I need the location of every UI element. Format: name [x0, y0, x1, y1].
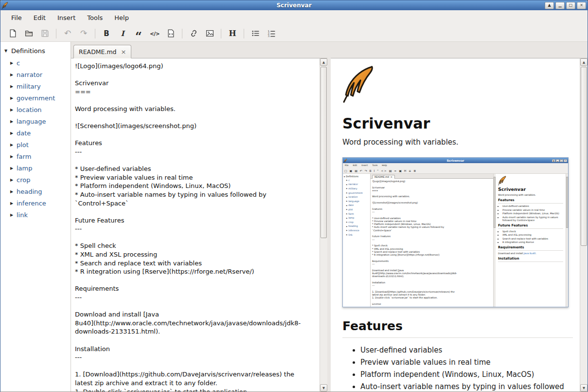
pane-splitter[interactable]	[327, 42, 331, 392]
menu-item[interactable]: Help	[108, 10, 135, 25]
numbered-list-icon: 1.2.3.	[267, 29, 276, 37]
new-file-icon	[9, 29, 17, 37]
chevron-right-icon: ▶	[9, 166, 14, 170]
tree-item-label: farm	[17, 153, 31, 160]
scrollbar-thumb[interactable]	[321, 67, 327, 238]
editor-pane: README.md × ![Logo](images/logo64.png) S…	[71, 42, 327, 392]
definitions-panel: ▼ Definitions ▶ c ▶ narrator ▶ military …	[0, 42, 71, 392]
scroll-down-button[interactable]: ▼	[320, 384, 327, 392]
heading-button[interactable]: H	[225, 27, 240, 40]
chevron-down-icon: ▼	[3, 49, 8, 53]
blockquote-button[interactable]: “	[131, 27, 146, 40]
menu-item[interactable]: Insert	[52, 10, 81, 25]
tree-item[interactable]: ▶ c	[0, 57, 71, 69]
tree-item[interactable]: ▶ crop	[0, 174, 71, 186]
insert-link-button[interactable]	[186, 27, 201, 40]
mini-window-controls: ▲▁□×	[552, 159, 567, 162]
bold-button[interactable]: B	[99, 27, 114, 40]
mini-editor-content: ![Logo](images/logo64.png) Scrivenvar ==…	[371, 179, 493, 307]
chevron-right-icon: ▶	[9, 189, 14, 194]
tree-item-label: narrator	[17, 71, 42, 78]
preview-top-strip	[331, 42, 588, 58]
undo-button[interactable]: ↶	[60, 27, 75, 40]
feature-item: User-defined variables	[360, 346, 573, 355]
tree-item-label: military	[17, 83, 41, 90]
app-feather-icon	[2, 2, 9, 9]
tree-item[interactable]: ▶ lamp	[0, 162, 71, 174]
tree-item[interactable]: ▶ farm	[0, 150, 71, 162]
mini-window-title: Scrivenvar	[343, 159, 568, 162]
toolbar-separator	[56, 29, 56, 38]
bullet-list-icon	[251, 29, 260, 37]
tree-item[interactable]: ▶ heading	[0, 186, 71, 197]
bullet-list-button[interactable]	[248, 27, 263, 40]
tab-bar: README.md ×	[71, 42, 327, 58]
mini-editor-pane: README.md× ![Logo](images/logo64.png) Sc…	[371, 174, 493, 307]
scrollbar-thumb[interactable]	[581, 67, 587, 246]
tree-item[interactable]: ▶ location	[0, 104, 71, 115]
feature-item: Auto-insert variable names by typing in …	[360, 382, 573, 392]
tree-item-label: link	[17, 211, 28, 219]
inline-code-button[interactable]: </>	[147, 27, 162, 40]
image-icon	[206, 29, 214, 37]
chevron-right-icon: ▶	[9, 131, 14, 135]
html-preview: Scrivenvar Word processing with variable…	[331, 58, 580, 392]
markdown-editor[interactable]: ![Logo](images/logo64.png) Scrivenvar ==…	[71, 58, 320, 392]
scroll-up-button[interactable]: ▲	[580, 58, 588, 66]
close-button[interactable]: ×	[577, 2, 586, 9]
shade-button[interactable]: ▲	[545, 2, 554, 9]
tree-item[interactable]: ▶ language	[0, 115, 71, 127]
scroll-up-button[interactable]: ▲	[320, 58, 327, 66]
insert-image-button[interactable]	[202, 27, 217, 40]
new-file-button[interactable]	[5, 27, 20, 40]
menu-item[interactable]: Edit	[28, 10, 52, 25]
tab-label: README.md	[79, 48, 117, 56]
open-file-button[interactable]	[21, 27, 36, 40]
tree-item[interactable]: ▶ government	[0, 92, 71, 104]
mini-definitions-panel: ▼Definitions ▶c▶narrator▶military▶govern…	[343, 174, 371, 307]
save-button[interactable]	[37, 27, 52, 40]
window-title: Scrivenvar	[0, 2, 588, 9]
chevron-right-icon: ▶	[9, 96, 14, 100]
chevron-right-icon: ▶	[9, 143, 14, 147]
editor-scrollbar[interactable]: ▲ ▼	[320, 58, 327, 392]
save-floppy-icon	[41, 29, 49, 37]
definitions-tree: ▶ c ▶ narrator ▶ military ▶ government ▶…	[0, 57, 71, 221]
maximize-button[interactable]: □	[566, 2, 575, 9]
menu-item[interactable]: File	[5, 10, 28, 25]
features-list: User-defined variablesPreview variable v…	[342, 346, 573, 392]
open-folder-icon	[25, 29, 33, 37]
tree-item-label: government	[17, 94, 55, 102]
titlebar[interactable]: Scrivenvar ▲ ▁ □ ×	[0, 0, 588, 10]
tree-item[interactable]: ▶ date	[0, 127, 71, 139]
tree-item[interactable]: ▶ link	[0, 209, 71, 221]
tree-item[interactable]: ▶ plot	[0, 139, 71, 150]
tree-item[interactable]: ▶ narrator	[0, 69, 71, 80]
code-block-button[interactable]	[163, 27, 178, 40]
redo-button[interactable]: ↷	[76, 27, 91, 40]
mini-titlebar: Scrivenvar ▲▁□×	[343, 158, 568, 163]
menu-item[interactable]: Tools	[81, 10, 108, 25]
preview-tagline: Word processing with variables.	[342, 138, 573, 147]
tab-close-icon[interactable]: ×	[121, 48, 126, 56]
svg-text:3.: 3.	[267, 35, 270, 37]
scroll-down-button[interactable]: ▼	[580, 384, 588, 392]
minimize-button[interactable]: ▁	[555, 2, 565, 9]
logo-feather-image	[342, 65, 374, 102]
tree-item-label: plot	[17, 141, 29, 149]
tree-root-definitions[interactable]: ▼ Definitions	[0, 45, 71, 57]
chevron-right-icon: ▶	[9, 84, 14, 89]
toolbar-separator	[182, 29, 182, 38]
tree-item-label: crop	[17, 176, 30, 184]
italic-button[interactable]: I	[115, 27, 130, 40]
tree-item-label: heading	[17, 188, 42, 195]
tab-readme[interactable]: README.md ×	[73, 45, 131, 58]
chevron-right-icon: ▶	[9, 108, 14, 112]
code-file-icon	[167, 29, 175, 37]
preview-scrollbar[interactable]: ▲ ▼	[580, 58, 588, 392]
tree-item[interactable]: ▶ military	[0, 80, 71, 92]
tree-root-label: Definitions	[11, 47, 45, 55]
tree-item[interactable]: ▶ inference	[0, 197, 71, 209]
mini-toolbar: ▢ ▣ ▤ ↶ ↷ B I “ <> ▤ ∞ ▣ H ≡ ≣	[343, 168, 568, 174]
numbered-list-button[interactable]: 1.2.3.	[264, 27, 279, 40]
